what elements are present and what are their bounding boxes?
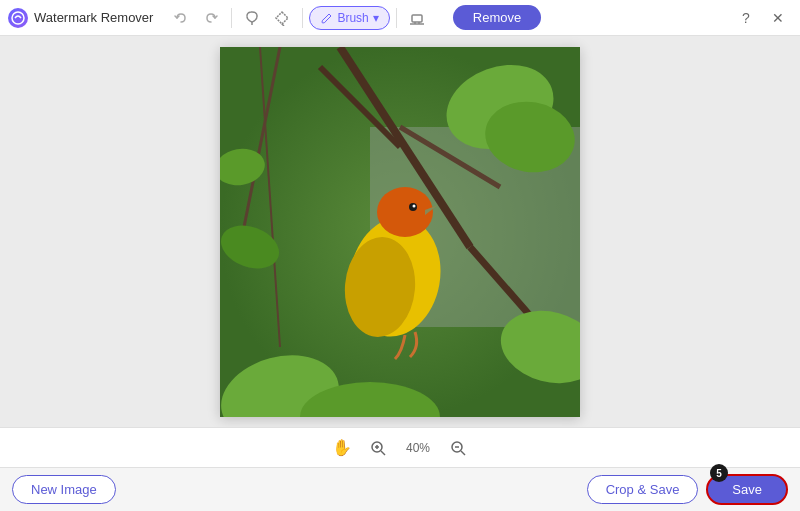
svg-point-0 [12, 12, 24, 24]
zoom-in-button[interactable] [364, 434, 392, 462]
title-bar-right: ? ✕ [732, 4, 792, 32]
new-image-button[interactable]: New Image [12, 475, 116, 504]
svg-line-2 [282, 24, 284, 26]
brush-button[interactable]: Brush ▾ [309, 6, 389, 30]
step-badge: 5 [710, 464, 728, 482]
close-button[interactable]: ✕ [764, 4, 792, 32]
footer-right: 5 Crop & Save Save [587, 474, 788, 505]
brush-label: Brush [337, 11, 368, 25]
svg-point-22 [377, 187, 433, 237]
undo-button[interactable] [167, 4, 195, 32]
crop-save-button[interactable]: Crop & Save [587, 475, 699, 504]
image-container [220, 47, 580, 417]
remove-button[interactable]: Remove [453, 5, 541, 30]
canvas-area [0, 36, 800, 427]
lasso-button[interactable] [238, 4, 266, 32]
svg-point-24 [413, 204, 416, 207]
help-button[interactable]: ? [732, 4, 760, 32]
separator-2 [302, 8, 303, 28]
svg-line-32 [461, 451, 465, 455]
help-icon: ? [742, 10, 750, 26]
footer: New Image 5 Crop & Save Save [0, 467, 800, 511]
brush-chevron: ▾ [373, 11, 379, 25]
title-bar-left: Watermark Remover [8, 4, 732, 32]
erase-button[interactable] [403, 4, 431, 32]
separator-3 [396, 8, 397, 28]
separator-1 [231, 8, 232, 28]
redo-button[interactable] [197, 4, 225, 32]
zoom-bar: ✋ 40% [0, 427, 800, 467]
svg-rect-3 [412, 15, 422, 22]
zoom-out-button[interactable] [444, 434, 472, 462]
title-bar: Watermark Remover [0, 0, 800, 36]
app-icon [8, 8, 28, 28]
hand-tool-button[interactable]: ✋ [328, 434, 356, 462]
close-icon: ✕ [772, 10, 784, 26]
bird-image [220, 47, 580, 417]
polygon-button[interactable] [268, 4, 296, 32]
hand-icon: ✋ [332, 438, 352, 457]
app-title: Watermark Remover [34, 10, 153, 25]
zoom-level: 40% [400, 441, 436, 455]
svg-line-28 [381, 451, 385, 455]
